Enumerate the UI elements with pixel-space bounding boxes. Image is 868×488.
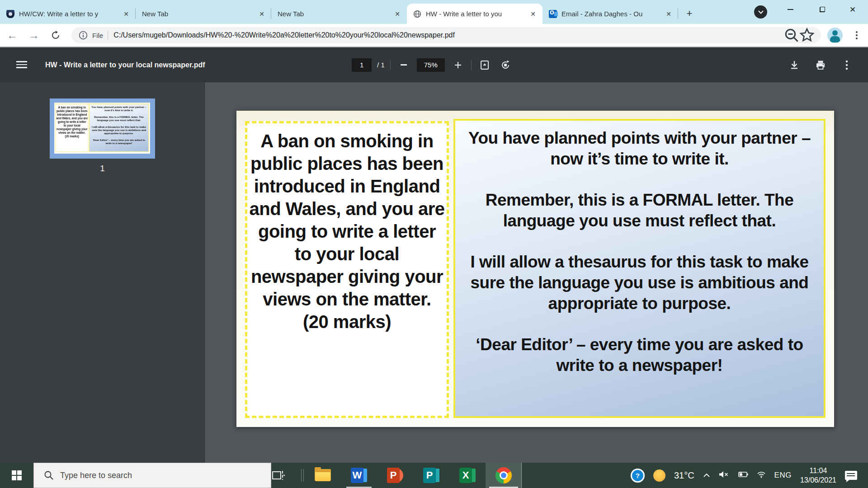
back-button[interactable]: ← bbox=[3, 26, 22, 45]
weather-temperature[interactable]: 31°C bbox=[674, 470, 694, 481]
file-explorer-icon bbox=[315, 469, 331, 482]
pdf-document-title: HW - Write a letter to your local newspa… bbox=[45, 47, 205, 82]
toolbar-divider bbox=[390, 60, 391, 70]
zoom-out-button[interactable] bbox=[396, 57, 411, 73]
thumb-right-box-p1: You have planned points with your partne… bbox=[90, 105, 148, 112]
bookmark-star-icon[interactable] bbox=[799, 28, 815, 43]
pdf-more-options-button[interactable] bbox=[839, 57, 854, 73]
tab-close-icon[interactable]: ✕ bbox=[528, 9, 538, 19]
volume-muted-button[interactable] bbox=[719, 471, 729, 480]
tab-search-button[interactable] bbox=[754, 5, 767, 19]
battery-plugged-icon bbox=[737, 471, 748, 478]
taskbar-file-explorer[interactable] bbox=[305, 463, 341, 488]
right-box-paragraph: Remember, this is a FORMAL letter. The l… bbox=[458, 190, 821, 231]
zoom-out-page-icon[interactable] bbox=[784, 28, 799, 43]
tab-close-icon[interactable]: ✕ bbox=[121, 9, 131, 19]
rotate-icon bbox=[500, 60, 510, 70]
window-close-button[interactable]: ✕ bbox=[840, 0, 865, 19]
windows-logo-icon bbox=[12, 470, 22, 480]
pdf-menu-button[interactable] bbox=[16, 59, 27, 70]
taskbar-search-box[interactable] bbox=[33, 463, 271, 488]
taskbar-word[interactable]: W bbox=[341, 463, 377, 488]
speaker-muted-icon bbox=[719, 471, 729, 478]
pdf-page: A ban on smoking in public places has be… bbox=[236, 111, 834, 427]
browser-menu-button[interactable] bbox=[850, 28, 863, 42]
powerpoint-icon: P bbox=[387, 468, 403, 483]
print-button[interactable] bbox=[813, 57, 828, 73]
reload-icon bbox=[51, 31, 60, 40]
tab-hwcw-letter[interactable]: HW/CW: Write a letter to y ✕ bbox=[0, 4, 136, 24]
reload-button[interactable] bbox=[46, 26, 65, 45]
action-center-button[interactable] bbox=[845, 471, 857, 480]
zoom-level-value: 75% bbox=[417, 58, 445, 72]
new-tab-button[interactable]: + bbox=[683, 7, 696, 20]
help-app-icon[interactable]: ? bbox=[631, 469, 645, 483]
omnibox-divider bbox=[108, 31, 108, 40]
fit-to-page-button[interactable] bbox=[477, 57, 492, 73]
tab-close-icon[interactable]: ✕ bbox=[664, 9, 674, 19]
right-box-paragraph: ‘Dear Editor’ – every time you are asked… bbox=[458, 334, 821, 376]
word-icon: W bbox=[351, 468, 367, 483]
battery-status-icon[interactable] bbox=[737, 471, 748, 479]
tab-title: New Tab bbox=[278, 10, 392, 18]
taskbar-clock[interactable]: 11:04 13/06/2021 bbox=[800, 466, 836, 485]
left-box-text: A ban on smoking in public places has be… bbox=[249, 130, 445, 333]
task-view-button[interactable] bbox=[269, 463, 288, 488]
language-indicator[interactable]: ENG bbox=[774, 471, 792, 480]
download-button[interactable] bbox=[787, 57, 802, 73]
url-text: C:/Users/mugeb/Downloads/HW%20-%20Write%… bbox=[113, 31, 784, 39]
publisher-icon: P bbox=[423, 468, 439, 483]
page-info-icon[interactable] bbox=[79, 28, 88, 43]
globe-favicon bbox=[413, 10, 421, 18]
slide-left-textbox: A ban on smoking in public places has be… bbox=[245, 121, 449, 418]
search-input[interactable] bbox=[60, 471, 232, 480]
thumbnail-page-number: 1 bbox=[50, 164, 155, 174]
tab-new-tab-1[interactable]: New Tab ✕ bbox=[136, 4, 271, 24]
page-number-input[interactable] bbox=[352, 58, 372, 72]
weather-sun-icon[interactable] bbox=[653, 469, 665, 482]
start-button[interactable] bbox=[0, 463, 33, 488]
plus-icon bbox=[455, 62, 461, 68]
tab-separator bbox=[678, 8, 678, 19]
tab-strip: HW/CW: Write a letter to y ✕ New Tab ✕ N… bbox=[0, 0, 868, 24]
tab-title: New Tab bbox=[142, 10, 257, 18]
taskbar-publisher[interactable]: P bbox=[413, 463, 449, 488]
chevron-down-icon bbox=[758, 10, 764, 14]
rotate-button[interactable] bbox=[498, 57, 513, 73]
excel-icon: X bbox=[459, 468, 476, 483]
minus-icon bbox=[401, 64, 407, 66]
fit-page-icon bbox=[480, 60, 490, 70]
window-restore-button[interactable] bbox=[810, 0, 835, 19]
taskbar-powerpoint[interactable]: P bbox=[377, 463, 413, 488]
wifi-icon bbox=[757, 471, 766, 478]
tab-title: HW/CW: Write a letter to y bbox=[19, 10, 121, 18]
outlook-favicon bbox=[549, 10, 557, 18]
zoom-in-button[interactable] bbox=[450, 57, 466, 73]
tab-new-tab-2[interactable]: New Tab ✕ bbox=[271, 4, 407, 24]
thumb-right-box-p2: Remember, this is a FORMAL letter. The l… bbox=[90, 115, 148, 122]
address-bar[interactable]: File C:/Users/mugeb/Downloads/HW%20-%20W… bbox=[71, 27, 821, 43]
tray-expand-button[interactable] bbox=[703, 471, 710, 479]
thumb-left-box-text: A ban on smoking in public places has be… bbox=[56, 106, 87, 138]
tab-close-icon[interactable]: ✕ bbox=[392, 9, 402, 19]
window-minimize-button[interactable] bbox=[778, 0, 803, 19]
pdf-page-area[interactable]: A ban on smoking in public places has be… bbox=[205, 82, 868, 463]
back-arrow-icon: ← bbox=[7, 30, 18, 41]
tab-close-icon[interactable]: ✕ bbox=[257, 9, 267, 19]
thumbnail-slide: A ban on smoking in public places has be… bbox=[54, 103, 150, 153]
profile-avatar[interactable] bbox=[827, 28, 843, 43]
address-bar-row: ← → File C:/Users/mugeb/Downloads/HW%20-… bbox=[0, 24, 868, 47]
tab-email-outlook[interactable]: Email - Zahra Daghes - Ou ✕ bbox=[542, 4, 678, 24]
chevron-up-icon bbox=[703, 473, 710, 478]
pdf-toolbar: HW - Write a letter to your local newspa… bbox=[0, 47, 868, 82]
taskbar-separator bbox=[301, 469, 304, 482]
forward-button[interactable]: → bbox=[24, 26, 43, 45]
minimize-icon bbox=[788, 9, 793, 10]
taskbar-chrome-active[interactable] bbox=[486, 463, 522, 488]
taskbar-excel[interactable]: X bbox=[449, 463, 486, 488]
network-status-icon[interactable] bbox=[757, 471, 766, 480]
right-box-paragraph: I will allow a thesaurus for this task t… bbox=[458, 252, 821, 314]
thumbnail-sidebar: A ban on smoking in public places has be… bbox=[0, 82, 205, 463]
tab-hw-letter-pdf-active[interactable]: HW - Write a letter to you ✕ bbox=[407, 4, 542, 24]
page-thumbnail-selected[interactable]: A ban on smoking in public places has be… bbox=[50, 99, 155, 159]
